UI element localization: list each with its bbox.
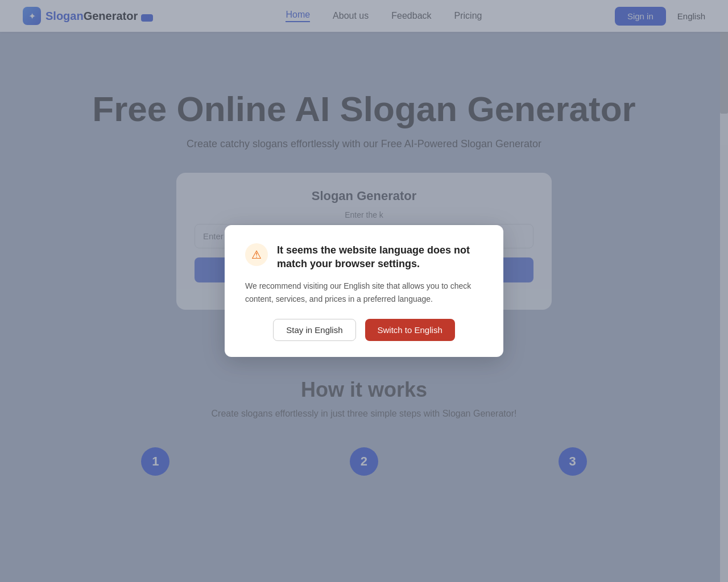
switch-to-english-button[interactable]: Switch to English <box>365 319 455 341</box>
stay-in-english-button[interactable]: Stay in English <box>273 319 355 341</box>
language-modal: ⚠ It seems the website language does not… <box>225 225 503 357</box>
modal-top: ⚠ It seems the website language does not… <box>245 243 483 271</box>
modal-title: It seems the website language does not m… <box>277 243 483 271</box>
modal-overlay: ⚠ It seems the website language does not… <box>0 0 728 582</box>
modal-actions: Stay in English Switch to English <box>245 319 483 341</box>
modal-body: We recommend visiting our English site t… <box>245 280 483 305</box>
warning-icon: ⚠ <box>245 243 268 266</box>
